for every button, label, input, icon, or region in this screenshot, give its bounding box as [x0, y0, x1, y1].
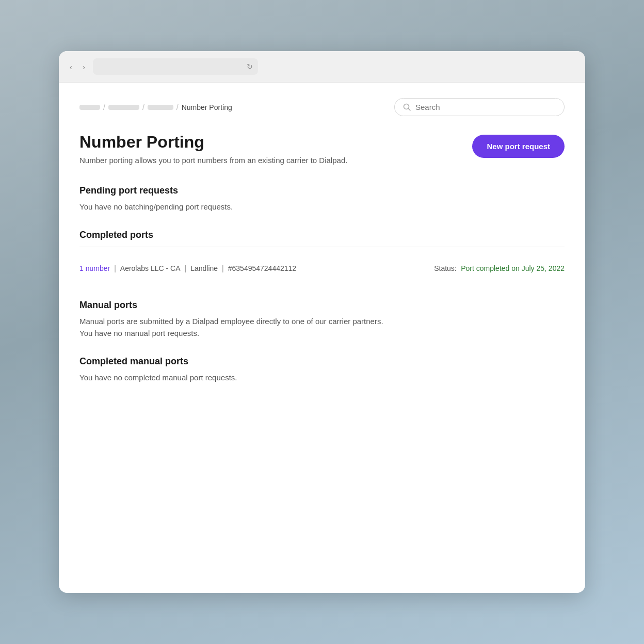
search-icon: [403, 103, 411, 111]
port-record: 1 number | Aerolabs LLC - CA | Landline …: [79, 255, 565, 281]
port-separator-1: |: [114, 264, 116, 272]
breadcrumb: / / / Number Porting: [79, 103, 232, 111]
page-header-left: Number Porting Number porting allows you…: [79, 133, 347, 165]
completed-ports-section: Completed ports 1 number | Aerolabs LLC …: [79, 230, 565, 281]
manual-ports-title: Manual ports: [79, 300, 565, 311]
manual-ports-desc-1: Manual ports are submitted by a Dialpad …: [79, 317, 565, 326]
breadcrumb-separator-2: /: [142, 103, 144, 111]
completed-manual-ports-title: Completed manual ports: [79, 356, 565, 367]
page-title: Number Porting: [79, 133, 347, 152]
completed-manual-ports-section: Completed manual ports You have no compl…: [79, 356, 565, 382]
completed-ports-divider: [79, 247, 565, 247]
pending-section-title: Pending port requests: [79, 185, 565, 196]
page-header: Number Porting Number porting allows you…: [79, 133, 565, 165]
breadcrumb-segment-1: [79, 105, 100, 110]
new-port-request-button[interactable]: New port request: [472, 135, 565, 158]
port-separator-3: |: [222, 264, 224, 272]
port-record-left: 1 number | Aerolabs LLC - CA | Landline …: [79, 264, 296, 272]
port-number: #6354954724442112: [228, 264, 296, 272]
port-status: Status: Port completed on July 25, 2022: [434, 264, 565, 273]
port-status-label: Status:: [434, 264, 457, 272]
browser-chrome: ‹ › ↻: [59, 51, 585, 83]
address-bar: ↻: [93, 58, 258, 75]
page-content: / / / Number Porting Number Porting Numb…: [59, 83, 585, 593]
forward-button[interactable]: ›: [80, 61, 88, 72]
breadcrumb-segment-2: [108, 105, 139, 110]
search-input[interactable]: [415, 103, 556, 111]
port-number-link[interactable]: 1 number: [79, 264, 110, 272]
port-status-value: Port completed on July 25, 2022: [461, 264, 565, 272]
pending-port-requests-section: Pending port requests You have no batchi…: [79, 185, 565, 211]
breadcrumb-segment-3: [148, 105, 173, 110]
manual-ports-desc-2: You have no manual port requests.: [79, 329, 565, 337]
breadcrumb-separator-1: /: [103, 103, 105, 111]
completed-manual-ports-empty-text: You have no completed manual port reques…: [79, 373, 565, 382]
port-carrier: Aerolabs LLC - CA: [120, 264, 181, 272]
reload-icon[interactable]: ↻: [247, 62, 253, 71]
breadcrumb-current: Number Porting: [182, 103, 232, 111]
breadcrumb-row: / / / Number Porting: [79, 98, 565, 116]
completed-ports-title: Completed ports: [79, 230, 565, 240]
breadcrumb-separator-3: /: [176, 103, 179, 111]
back-button[interactable]: ‹: [67, 61, 75, 72]
port-type: Landline: [190, 264, 218, 272]
browser-window: ‹ › ↻ / / / Number Porting: [59, 51, 585, 593]
pending-empty-text: You have no batching/pending port reques…: [79, 202, 565, 211]
search-bar[interactable]: [394, 98, 565, 116]
port-separator-2: |: [185, 264, 187, 272]
svg-line-1: [409, 108, 411, 110]
manual-ports-section: Manual ports Manual ports are submitted …: [79, 300, 565, 337]
page-subtitle: Number porting allows you to port number…: [79, 156, 347, 165]
